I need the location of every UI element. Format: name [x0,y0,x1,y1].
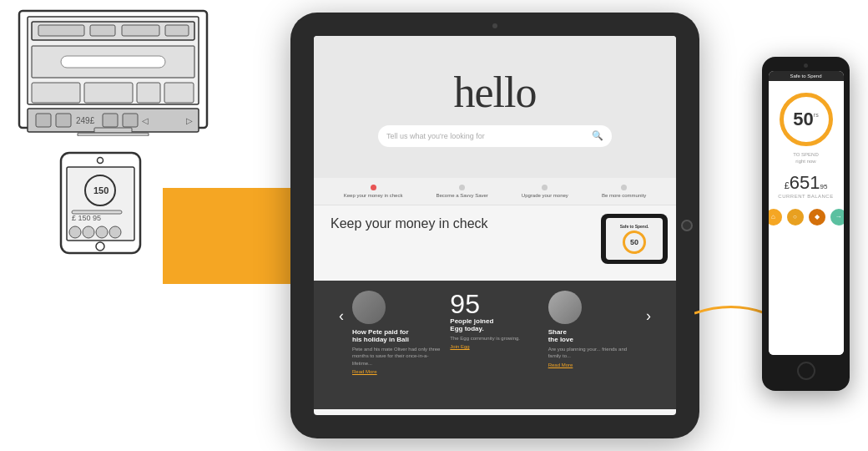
phone-preview-circle: 50 [623,231,646,254]
svg-rect-21 [94,128,132,133]
nav-dot-4 [621,185,627,190]
svg-rect-6 [165,25,189,36]
carousel-prev-button[interactable]: ‹ [339,291,344,325]
ipad-camera [492,23,497,28]
ipad-hello-text: hello [454,68,537,117]
iphone-balance-sup: 95 [820,183,827,190]
card-link-share[interactable]: Read More [548,362,573,367]
svg-rect-22 [78,133,149,136]
nav-item-4[interactable]: Be more community [602,185,646,198]
ipad-nav-dots: Keep your money in check Become a Savvy … [314,178,676,205]
iphone-icon-home[interactable]: ⌂ [769,209,782,226]
iphone-icon-diamond[interactable]: ◆ [809,209,825,226]
svg-point-32 [96,226,108,238]
svg-text:▷: ▷ [186,116,193,125]
nav-label-3: Upgrade your money [522,193,568,198]
svg-rect-11 [137,83,160,103]
avatar-pete [352,291,386,324]
svg-rect-18 [123,114,138,127]
ipad-search-bar[interactable]: Tell us what you're looking for 🔍 [378,125,612,147]
dark-card-story: How Pete paid forhis holiday in Bali Pet… [352,291,442,374]
iphone-camera [804,63,808,68]
nav-item-2[interactable]: Become a Savvy Saver [436,185,487,198]
dark-card-share: Sharethe love Are you planning your... f… [548,291,638,367]
phone-preview-num: 50 [630,238,638,246]
iphone-body: Safe to Spend 50 rs TO SPENDright now £ … [762,57,850,391]
svg-rect-14 [36,114,51,127]
iphone-spend-label: TO SPENDright now [793,151,819,165]
svg-rect-8 [61,56,165,68]
svg-text:£ 150 95: £ 150 95 [72,214,101,222]
ipad-screen: hello Tell us what you're looking for 🔍 … [314,36,676,415]
svg-point-31 [83,226,94,238]
nav-label-4: Be more community [602,193,646,198]
svg-rect-17 [103,114,118,127]
stat-title: People joinedEgg today. [450,317,493,332]
iphone-content: 50 rs TO SPENDright now £ 651 95 CURRENT… [769,81,844,355]
ipad-body: hello Tell us what you're looking for 🔍 … [290,13,699,438]
svg-rect-4 [90,25,115,36]
avatar-share [548,291,582,324]
phone-connector-arrow [694,296,770,330]
phone-preview-title: Safe to Spend. [620,224,649,229]
iphone-icon-circle[interactable]: ○ [787,209,804,226]
card-title-share: Sharethe love [548,328,573,343]
nav-dot-1 [371,185,376,190]
nav-dot-3 [542,185,548,190]
iphone-balance-number: 651 [790,174,820,192]
iphone-circle-sup: rs [814,112,819,118]
card-body-pete: Pete and his mate Oliver had only three … [352,346,442,367]
ipad-middle-section: Keep your money in check Safe to Spend. … [314,205,676,281]
svg-text:150: 150 [93,185,108,195]
carousel-next-button[interactable]: › [646,291,651,325]
ipad-search-placeholder: Tell us what you're looking for [386,132,485,140]
iphone-balance-label: CURRENT BALANCE [778,194,833,199]
card-title-pete: How Pete paid forhis holiday in Bali [352,328,409,343]
svg-rect-10 [84,83,133,103]
svg-rect-9 [32,83,80,103]
nav-label-2: Become a Savvy Saver [436,193,487,198]
iphone-icons-row: ⌂ ○ ◆ → [769,209,844,226]
iphone-screen: Safe to Spend 50 rs TO SPENDright now £ … [769,71,844,355]
search-icon[interactable]: 🔍 [592,130,603,141]
ipad-device: hello Tell us what you're looking for 🔍 … [290,13,699,438]
iphone-spend-circle: 50 rs [780,93,833,146]
svg-rect-3 [38,25,84,36]
svg-rect-15 [56,114,71,127]
stat-link[interactable]: Join Egg [450,344,469,349]
iphone-status-bar: Safe to Spend [769,71,844,81]
svg-point-30 [69,226,81,238]
ipad-keep-money-heading: Keep your money in check [331,215,502,231]
svg-rect-5 [122,25,159,36]
stat-number: 95 [450,291,480,317]
stat-body: The Egg community is growing. [450,335,520,342]
svg-point-33 [109,226,121,238]
ipad-phone-preview: Safe to Spend. 50 [601,214,668,264]
iphone-balance-row: £ 651 95 [785,174,828,192]
card-link-pete[interactable]: Read More [352,369,377,374]
sketch-desktop-wireframe: 249£ ◁ ▷ [15,7,215,136]
dark-card-stat: 95 People joinedEgg today. The Egg commu… [450,291,539,349]
nav-item-3[interactable]: Upgrade your money [522,185,568,198]
card-body-share: Are you planning your... friends and fam… [548,346,638,360]
nav-label-1: Keep your money in check [344,193,403,198]
iphone-home-button[interactable] [797,362,815,380]
iphone-big-number: 50 [793,110,813,129]
nav-item-1[interactable]: Keep your money in check [344,185,403,198]
iphone-device: Safe to Spend 50 rs TO SPENDright now £ … [762,57,850,391]
iphone-icon-arrow[interactable]: → [830,209,844,226]
svg-rect-12 [164,83,194,103]
sketch-mobile-wireframe: 150 £ 150 95 [57,149,149,257]
ipad-home-button[interactable] [681,220,693,231]
ipad-hero-section: hello Tell us what you're looking for 🔍 [314,36,676,178]
ipad-dark-section: ‹ How Pete paid forhis holiday in Bali P… [314,281,676,409]
nav-dot-2 [459,185,465,190]
svg-text:◁: ◁ [142,116,149,125]
svg-text:249£: 249£ [76,116,95,125]
